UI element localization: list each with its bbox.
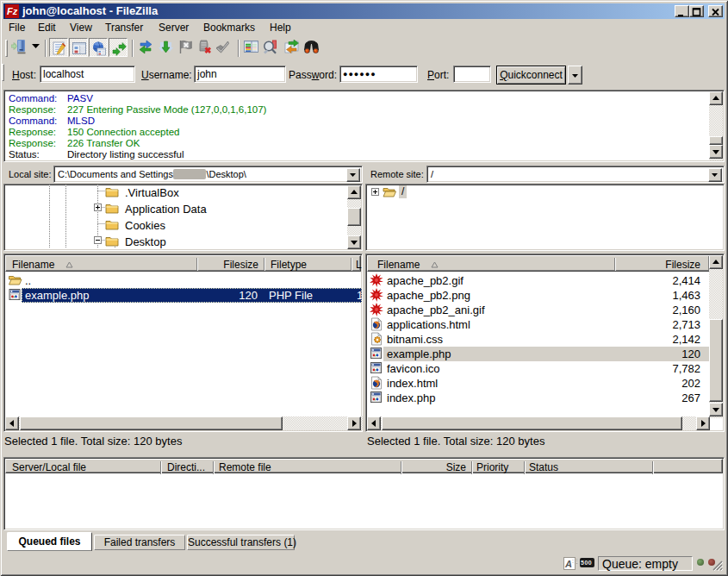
- svg-text:Fz: Fz: [7, 6, 18, 16]
